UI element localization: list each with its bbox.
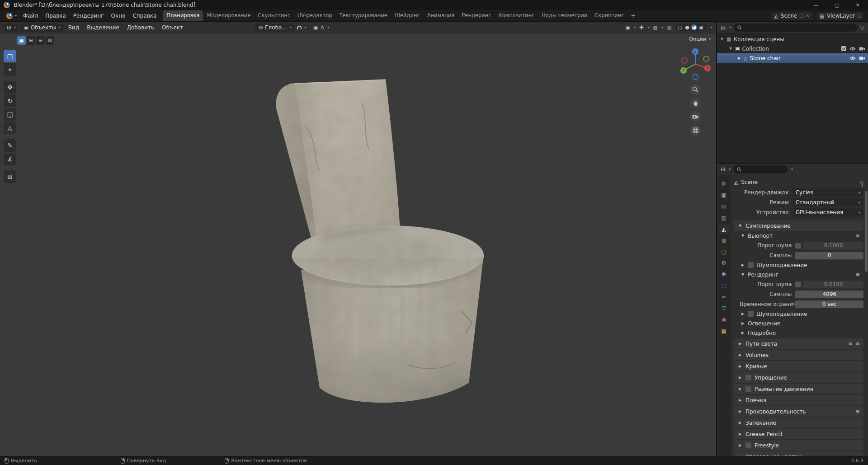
panel-performance[interactable]: ▶ Производительность ≡: [734, 406, 863, 417]
outliner-row-stone-chair[interactable]: ▶ △ Stone chair: [717, 53, 868, 63]
maximize-button[interactable]: ▢: [826, 0, 847, 10]
scene-selector[interactable]: ◭ Scene ❏ ✕: [771, 12, 813, 20]
viewport-noise-threshold-field[interactable]: 0.1000: [803, 242, 863, 249]
shading-dropdown-icon[interactable]: ▾: [711, 25, 712, 29]
overlays-toggle-icon[interactable]: ◍: [653, 24, 657, 31]
properties-tab-texture[interactable]: ▦: [718, 326, 730, 336]
render-engine-dropdown[interactable]: Cycles ▾: [793, 188, 863, 197]
properties-tab-modifiers[interactable]: ⚙: [718, 258, 730, 268]
panel-menu-icon[interactable]: ≡: [856, 233, 860, 239]
subpanel-viewport-sampling[interactable]: ▼ Вьюпорт ≡: [734, 231, 863, 240]
camera-icon[interactable]: [859, 47, 865, 51]
3d-viewport[interactable]: ⊞ ▾ ▣ Объекты ▾ Вид Выделение Добавить О…: [0, 22, 716, 456]
select-mode-subtract-button[interactable]: ⊟: [36, 36, 45, 45]
workspace-tab-shading[interactable]: Шейдинг: [391, 10, 424, 21]
select-mode-invert-button[interactable]: ⊠: [46, 36, 54, 45]
properties-tab-object[interactable]: ▢: [718, 247, 730, 257]
properties-tab-object-data[interactable]: ▽: [718, 303, 730, 313]
motion-blur-checkbox[interactable]: [745, 386, 751, 392]
properties-editor-icon[interactable]: ⊟: [721, 166, 725, 173]
view-layer-selector[interactable]: ▤ ViewLayer ❏: [816, 12, 864, 20]
workspace-tab-rendering[interactable]: Рендеринг: [458, 10, 495, 21]
subpanel-render-sampling[interactable]: ▼ Рендеринг ≡: [734, 270, 863, 279]
workspace-tab-sculpting[interactable]: Скульптинг: [255, 10, 294, 21]
xray-toggle-icon[interactable]: ▥: [666, 24, 671, 31]
panel-freestyle[interactable]: ▶ Freestyle: [734, 440, 863, 451]
panel-bake[interactable]: ▶ Запекание: [734, 418, 863, 428]
noise-threshold-checkbox[interactable]: [795, 282, 801, 287]
new-scene-icon[interactable]: ❏: [799, 13, 803, 18]
time-limit-field[interactable]: 0 sec: [795, 301, 863, 308]
navigation-axis-gizmo[interactable]: Z X Y: [678, 47, 712, 81]
pan-button[interactable]: [690, 98, 701, 108]
panel-volumes[interactable]: ▶ Volumes: [734, 350, 863, 360]
camera-icon[interactable]: [859, 56, 865, 61]
menu-render[interactable]: Рендеринг: [70, 11, 108, 20]
menu-select[interactable]: Выделение: [84, 23, 122, 32]
viewport-denoise-checkbox[interactable]: [748, 262, 754, 268]
mode-dropdown[interactable]: ▣ Объекты ▾: [20, 23, 64, 32]
proportional-edit-icon[interactable]: ◉: [313, 24, 318, 31]
snap-dropdown[interactable]: ▾: [305, 25, 307, 29]
tool-rotate-button[interactable]: ↻: [4, 94, 16, 107]
properties-tab-physics[interactable]: ◌: [718, 281, 730, 291]
transform-orientation-dropdown[interactable]: ⊕ Глоба... ▾: [255, 23, 295, 32]
chair-3d-model[interactable]: [0, 22, 716, 444]
render-samples-field[interactable]: 4096: [795, 291, 863, 298]
subpanel-advanced[interactable]: ▶ Подробно: [734, 328, 863, 338]
noise-threshold-checkbox[interactable]: [795, 243, 801, 249]
viewport-options-dropdown[interactable]: Опции ▾: [689, 36, 711, 42]
tool-move-button[interactable]: ✥: [4, 81, 16, 94]
outliner-search-input[interactable]: [734, 23, 857, 32]
shading-material-preview-icon[interactable]: ◕: [691, 24, 698, 30]
tool-select-box-button[interactable]: ▢: [4, 50, 16, 62]
outliner-row-scene-collection[interactable]: ▼ ▦ Коллекция сцены: [717, 34, 868, 44]
render-denoise-checkbox[interactable]: [748, 311, 754, 317]
falloff-icon[interactable]: ∩: [320, 24, 324, 31]
workspace-tab-texture-paint[interactable]: Текстурирование: [336, 10, 391, 21]
panel-menu-icon[interactable]: ≡: [856, 341, 860, 347]
properties-tab-constraints[interactable]: ∞: [718, 292, 730, 302]
subpanel-render-denoise[interactable]: ▶ Шумоподавление: [734, 309, 863, 319]
tool-annotate-button[interactable]: ✎: [4, 139, 16, 152]
panel-menu-icon[interactable]: ≡: [849, 341, 853, 347]
workspace-tab-compositing[interactable]: Композитинг: [495, 10, 538, 21]
outliner-row-collection[interactable]: ▼ ▣ Collection: [717, 44, 868, 53]
tool-add-cube-button[interactable]: ⊞: [4, 170, 16, 183]
properties-tab-particles[interactable]: ✱: [718, 269, 730, 279]
workspace-tab-geometry-nodes[interactable]: Ноды геометрии: [538, 10, 591, 21]
select-mode-extend-button[interactable]: ⊞: [27, 36, 35, 45]
panel-grease-pencil[interactable]: ▶ Grease Pencil: [734, 429, 863, 439]
close-button[interactable]: ✕: [847, 0, 868, 10]
menu-view[interactable]: Вид: [65, 23, 82, 32]
menu-help[interactable]: Справка: [129, 11, 160, 20]
subpanel-lights[interactable]: ▶ Освещение: [734, 319, 863, 328]
panel-light-paths[interactable]: ▶ Пути света ≡ ≡: [734, 338, 863, 349]
shading-rendered-icon[interactable]: ◉: [698, 24, 704, 30]
blender-menu-button[interactable]: ▾: [4, 13, 19, 19]
properties-tab-material[interactable]: ◉: [718, 315, 730, 324]
unlink-scene-icon[interactable]: ✕: [806, 13, 809, 18]
outliner-editor-icon[interactable]: ▤: [721, 24, 726, 31]
panel-menu-icon[interactable]: ≡: [856, 409, 860, 414]
properties-scrollbar[interactable]: [865, 191, 868, 272]
workspace-tab-scripting[interactable]: Скриптинг: [591, 10, 627, 21]
panel-color-management[interactable]: ▶ Управление цветом: [734, 451, 863, 456]
workspace-tab-uv-editing[interactable]: UV-редактор: [294, 10, 336, 21]
editor-type-button[interactable]: ⊞ ▾: [4, 23, 19, 32]
workspace-tab-animation[interactable]: Анимация: [424, 10, 458, 21]
eye-icon[interactable]: [849, 56, 856, 61]
checkbox-checked-icon[interactable]: [841, 46, 846, 51]
add-workspace-button[interactable]: +: [627, 12, 639, 19]
new-view-layer-icon[interactable]: ❏: [857, 13, 861, 18]
gizmos-toggle-icon[interactable]: ✚: [639, 24, 644, 31]
tool-transform-button[interactable]: ◬: [4, 122, 16, 134]
shading-solid-icon[interactable]: ●: [684, 24, 690, 30]
properties-tab-scene[interactable]: ◭: [718, 224, 730, 234]
properties-tab-tool[interactable]: ⚙: [718, 179, 730, 189]
device-dropdown[interactable]: GPU-вычисления ▾: [793, 208, 863, 216]
visibility-dropdown-icon[interactable]: ◉: [625, 24, 630, 31]
properties-search-input[interactable]: [733, 165, 788, 174]
shading-wireframe-icon[interactable]: ○: [677, 24, 684, 30]
tool-cursor-button[interactable]: ⌖: [4, 63, 16, 76]
